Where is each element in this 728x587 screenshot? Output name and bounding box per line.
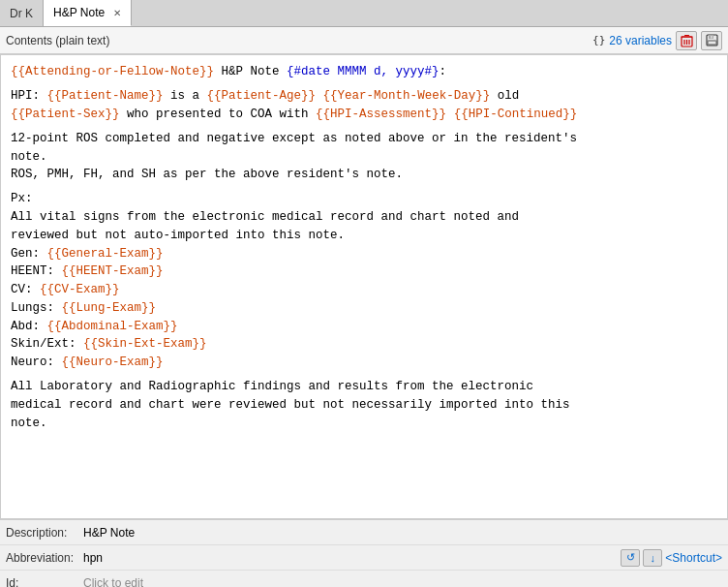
description-value: H&P Note	[83, 526, 722, 540]
editor-line: Px:	[11, 190, 717, 208]
toolbar-right: {} 26 variables	[592, 31, 722, 50]
editor-line: medical record and chart were reviewed b…	[11, 396, 717, 415]
editor-line: HPI: {{Patient-Name}} is a {{Patient-Age…	[11, 87, 717, 106]
tab-drk[interactable]: Dr K	[0, 0, 44, 26]
editor-area[interactable]: {{Attending-or-Fellow-Note}} H&P Note {#…	[0, 54, 728, 519]
editor-line: CV: {{CV-Exam}}	[11, 281, 717, 299]
contents-label: Contents (plain text)	[6, 34, 109, 47]
editor-line: note.	[11, 148, 717, 167]
editor-line: Skin/Ext: {{Skin-Ext-Exam}}	[11, 335, 717, 354]
variables-link[interactable]: 26 variables	[609, 34, 672, 47]
tab-drk-label: Dr K	[10, 7, 33, 20]
tab-hapnote-label: H&P Note	[53, 6, 105, 19]
editor-line: Abd: {{Abdominal-Exam}}	[11, 318, 717, 336]
svg-rect-8	[708, 41, 716, 45]
abbreviation-value[interactable]: hpn	[83, 551, 613, 565]
tab-bar: Dr K H&P Note ✕	[0, 0, 728, 27]
abbreviation-buttons: ↺ ↓ <Shortcut>	[621, 549, 722, 567]
editor-line: Lungs: {{Lung-Exam}}	[11, 299, 717, 318]
editor-line: Gen: {{General-Exam}}	[11, 245, 717, 263]
id-value[interactable]: Click to edit	[83, 576, 722, 588]
braces-icon: {}	[592, 34, 605, 46]
id-row: Id: Click to edit	[0, 571, 728, 587]
tab-close-icon[interactable]: ✕	[113, 8, 121, 18]
editor-line: All Laboratory and Radiographic findings…	[11, 378, 717, 396]
editor-line: Neuro: {{Neuro-Exam}}	[11, 354, 717, 372]
editor-line: reviewed but not auto-imported into this…	[11, 227, 717, 245]
down-button[interactable]: ↓	[643, 549, 662, 567]
editor-line: {{Patient-Sex}} who presented to COA wit…	[11, 106, 717, 124]
editor-line: HEENT: {{HEENT-Exam}}	[11, 263, 717, 281]
editor-line: ROS, PMH, FH, and SH as per the above re…	[11, 166, 717, 184]
editor-line: {{Attending-or-Fellow-Note}} H&P Note {#…	[11, 63, 717, 81]
save-button[interactable]	[701, 31, 722, 50]
abbreviation-label: Abbreviation:	[6, 551, 83, 565]
bottom-fields: Description: H&P Note Abbreviation: hpn …	[0, 519, 728, 587]
editor-line	[11, 432, 717, 438]
description-row: Description: H&P Note	[0, 520, 728, 545]
toolbar: Contents (plain text) {} 26 variables	[0, 27, 728, 54]
abbreviation-row: Abbreviation: hpn ↺ ↓ <Shortcut>	[0, 545, 728, 571]
delete-button[interactable]	[676, 31, 697, 50]
shortcut-link[interactable]: <Shortcut>	[665, 551, 722, 565]
id-label: Id:	[6, 576, 83, 588]
editor-line: 12-point ROS completed and negative exce…	[11, 130, 717, 148]
description-label: Description:	[6, 526, 83, 540]
delete-icon	[681, 34, 693, 47]
editor-line: All vital signs from the electronic medi…	[11, 208, 717, 227]
tab-hapnote[interactable]: H&P Note ✕	[44, 0, 132, 26]
refresh-button[interactable]: ↺	[621, 549, 640, 567]
editor-line: note.	[11, 415, 717, 433]
save-icon	[706, 34, 718, 46]
